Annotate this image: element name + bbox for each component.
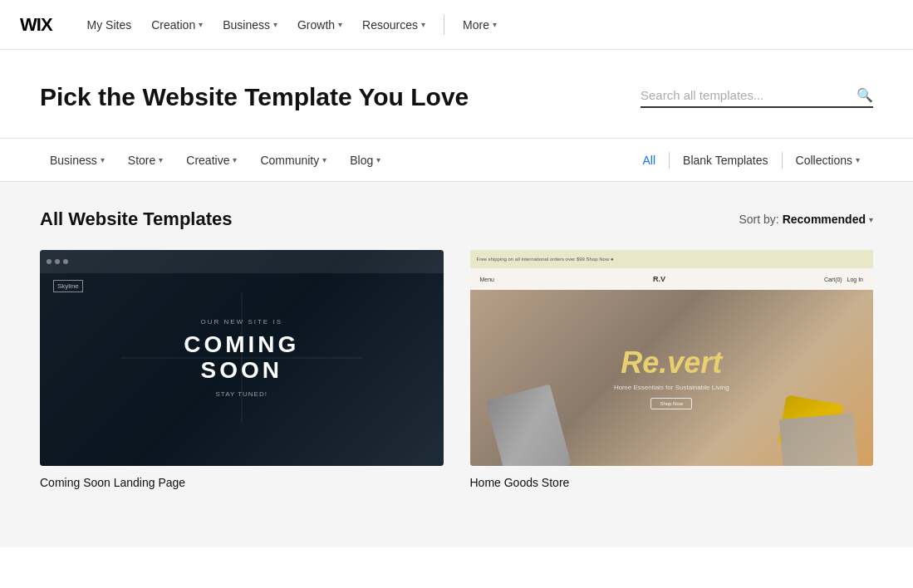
rv-nav-menu: Menu (480, 277, 495, 282)
template-card-home-goods[interactable]: Free shipping on all international order… (470, 250, 874, 489)
rv-center-text: Re.vert Home Essentials for Sustainable … (614, 346, 729, 410)
rv-brand-title: Re.vert (614, 346, 729, 380)
more-chevron-icon: ▾ (493, 20, 497, 29)
search-input[interactable] (641, 88, 850, 102)
community-filter-chevron-icon: ▾ (322, 155, 326, 164)
hero-section: Pick the Website Template You Love 🔍 (0, 50, 913, 139)
search-icon[interactable]: 🔍 (857, 87, 873, 103)
cs-stay-tuned-text: STAY TUNED! (184, 390, 299, 398)
filter-blank-templates[interactable]: Blank Templates (670, 149, 781, 172)
resources-chevron-icon: ▾ (421, 20, 425, 29)
filter-community[interactable]: Community ▾ (250, 149, 336, 172)
filter-bar: Business ▾ Store ▾ Creative ▾ Community … (0, 139, 913, 182)
cs-dot-1 (47, 259, 52, 264)
rv-nav: Menu R.V Cart(0) Log In (470, 268, 874, 290)
filter-right: All Blank Templates Collections ▾ (629, 149, 873, 172)
revert-preview: Free shipping on all international order… (470, 250, 874, 466)
nav-separator (444, 15, 444, 35)
content-header: All Website Templates Sort by: Recommend… (40, 208, 873, 230)
section-title: All Website Templates (40, 208, 232, 230)
nav-creation[interactable]: Creation ▾ (143, 13, 211, 37)
template-name-coming-soon: Coming Soon Landing Page (40, 476, 444, 489)
sort-chevron-icon: ▾ (869, 215, 873, 224)
nav-business[interactable]: Business ▾ (214, 13, 286, 37)
business-filter-chevron-icon: ▾ (101, 155, 105, 164)
top-navigation: WIX My Sites Creation ▾ Business ▾ Growt… (0, 0, 913, 50)
blog-filter-chevron-icon: ▾ (376, 155, 380, 164)
cs-brand-label: Skyline (53, 280, 83, 292)
rv-shop-now-btn: Shop Now (650, 398, 692, 409)
creative-filter-chevron-icon: ▾ (233, 155, 237, 164)
template-name-home-goods: Home Goods Store (470, 476, 874, 489)
cs-topbar (40, 250, 444, 273)
search-box: 🔍 (641, 87, 873, 108)
filter-collections[interactable]: Collections ▾ (783, 149, 873, 172)
sort-value: Recommended (783, 213, 866, 226)
business-chevron-icon: ▾ (273, 20, 277, 29)
coming-soon-preview: Skyline OUR NEW SITE IS COMINGSOON STAY … (40, 250, 444, 466)
nav-more[interactable]: More ▾ (454, 13, 505, 37)
cs-coming-soon-text: COMINGSOON (184, 332, 299, 384)
rv-shipping-text: Free shipping on all international order… (477, 257, 614, 262)
template-thumbnail-coming-soon: Skyline OUR NEW SITE IS COMINGSOON STAY … (40, 250, 444, 466)
rv-tagline: Home Essentials for Sustainable Living (614, 384, 729, 391)
rv-nav-brand: R.V (653, 275, 665, 283)
sort-by-control[interactable]: Sort by: Recommended ▾ (739, 213, 873, 226)
template-thumbnail-home-goods: Free shipping on all international order… (470, 250, 874, 466)
nav-resources[interactable]: Resources ▾ (354, 13, 434, 37)
cs-our-new-text: OUR NEW SITE IS (184, 318, 299, 326)
rv-topbar: Free shipping on all international order… (470, 250, 874, 268)
nav-links: My Sites Creation ▾ Business ▾ Growth ▾ … (79, 13, 893, 37)
cs-dot-3 (63, 259, 68, 264)
filter-store[interactable]: Store ▾ (118, 149, 173, 172)
creation-chevron-icon: ▾ (199, 20, 203, 29)
growth-chevron-icon: ▾ (338, 20, 342, 29)
store-filter-chevron-icon: ▾ (159, 155, 163, 164)
rv-nav-cart: Cart(0) Log In (824, 277, 863, 282)
nav-my-sites[interactable]: My Sites (79, 13, 140, 37)
template-card-coming-soon[interactable]: Skyline OUR NEW SITE IS COMINGSOON STAY … (40, 250, 444, 489)
rv-main: Re.vert Home Essentials for Sustainable … (470, 290, 874, 466)
cs-center-text: OUR NEW SITE IS COMINGSOON STAY TUNED! (184, 318, 299, 398)
filter-creative[interactable]: Creative ▾ (176, 149, 247, 172)
filter-left: Business ▾ Store ▾ Creative ▾ Community … (40, 149, 629, 172)
wix-logo[interactable]: WIX (20, 14, 52, 36)
nav-growth[interactable]: Growth ▾ (289, 13, 351, 37)
rv-soap-beige (779, 413, 860, 466)
template-grid: Skyline OUR NEW SITE IS COMINGSOON STAY … (40, 250, 873, 489)
cs-dot-2 (55, 259, 60, 264)
main-content: All Website Templates Sort by: Recommend… (0, 182, 913, 547)
page-title: Pick the Website Template You Love (40, 83, 469, 111)
filter-all[interactable]: All (629, 149, 669, 172)
collections-chevron-icon: ▾ (856, 155, 860, 164)
sort-label: Sort by: (739, 213, 778, 226)
filter-blog[interactable]: Blog ▾ (340, 149, 390, 172)
filter-business[interactable]: Business ▾ (40, 149, 115, 172)
